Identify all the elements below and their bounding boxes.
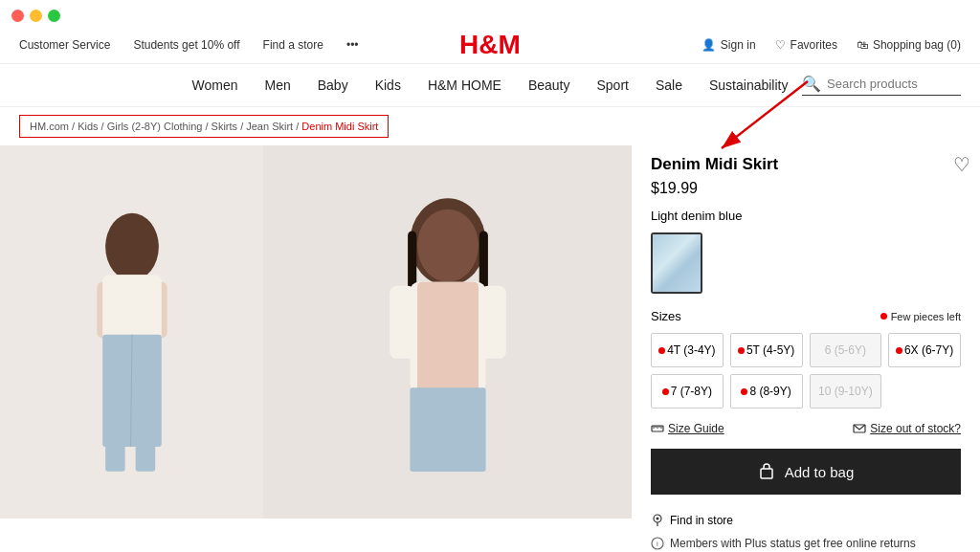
member-info-label: Members with Plus status get free online… — [670, 537, 916, 550]
guide-row: Size Guide Size out of stock? — [651, 422, 961, 435]
svg-point-28 — [657, 518, 659, 520]
svg-rect-6 — [102, 275, 162, 342]
sign-in-button[interactable]: 👤 Sign in — [702, 38, 756, 52]
member-info: i Members with Plus status get free onli… — [651, 533, 961, 552]
customer-service-link[interactable]: Customer Service — [19, 38, 110, 52]
breadcrumb-kids[interactable]: Kids — [78, 121, 98, 132]
top-bar-right: 👤 Sign in ♡ Favorites 🛍 Shopping bag (0) — [702, 38, 961, 52]
nav-sustainability[interactable]: Sustainability — [709, 77, 789, 93]
breadcrumb: HM.com / Kids / Girls (2-8Y) Clothing / … — [0, 107, 980, 145]
info-icon: i — [651, 537, 664, 550]
add-to-bag-label: Add to bag — [785, 464, 855, 480]
add-to-bag-button[interactable]: Add to bag — [651, 449, 961, 495]
favorites-label: Favorites — [791, 38, 837, 52]
dot-icon — [738, 347, 745, 354]
search-icon: 🔍 — [802, 75, 821, 93]
product-price: $19.99 — [651, 180, 961, 197]
heart-icon: ♡ — [775, 38, 786, 52]
color-swatch-container — [651, 232, 961, 294]
size-7[interactable]: 7 (7-8Y) — [651, 374, 724, 408]
sizes-header: Sizes Few pieces left — [651, 309, 961, 323]
envelope-icon — [853, 422, 866, 435]
bag-icon: 🛍 — [857, 38, 868, 52]
more-options[interactable]: ••• — [346, 38, 359, 52]
swatch-image — [653, 234, 701, 292]
svg-rect-16 — [390, 286, 415, 359]
sign-in-label: Sign in — [721, 38, 756, 52]
size-8[interactable]: 8 (8-9Y) — [730, 374, 803, 408]
main-nav: Women Men Baby Kids H&M HOME Beauty Spor… — [0, 64, 980, 107]
size-5t[interactable]: 5T (4-5Y) — [730, 333, 803, 367]
shopping-bag-label: Shopping bag (0) — [873, 38, 961, 52]
size-guide-label: Size Guide — [668, 422, 724, 435]
sizes-label: Sizes — [651, 309, 681, 323]
ruler-icon — [651, 422, 664, 435]
sizes-grid: 4T (3-4Y) 5T (4-5Y) 6 (5-6Y) 6X (6-7Y) 7… — [651, 333, 961, 408]
dot-icon — [741, 388, 747, 395]
nav-beauty[interactable]: Beauty — [528, 77, 570, 93]
product-image-left — [0, 145, 263, 519]
breadcrumb-skirts[interactable]: Skirts — [212, 121, 238, 132]
bag-icon — [758, 463, 775, 480]
dot-icon — [658, 347, 665, 354]
breadcrumb-hm[interactable]: HM.com — [30, 121, 69, 132]
window-controls — [11, 10, 60, 22]
svg-rect-9 — [105, 443, 125, 471]
top-bar-left: Customer Service Students get 10% off Fi… — [19, 38, 359, 52]
few-pieces-indicator: Few pieces left — [880, 311, 961, 322]
size-6x[interactable]: 6X (6-7Y) — [888, 333, 961, 367]
product-image-right — [263, 145, 632, 519]
few-pieces-label: Few pieces left — [891, 311, 961, 322]
product-info-panel: ♡ Denim Midi Skirt $19.99 Light denim bl… — [632, 145, 980, 552]
size-out-of-stock-link[interactable]: Size out of stock? — [853, 422, 961, 435]
nav-baby[interactable]: Baby — [318, 77, 348, 93]
nav-men[interactable]: Men — [265, 77, 291, 93]
hm-logo[interactable]: H&M — [459, 30, 521, 60]
dot-icon — [896, 347, 902, 354]
favorite-button[interactable]: ♡ — [953, 153, 970, 176]
breadcrumb-jean-skirt[interactable]: Jean Skirt — [246, 121, 293, 132]
color-label: Light denim blue — [651, 209, 961, 223]
minimize-button[interactable] — [30, 10, 42, 22]
model-figure-left — [27, 165, 237, 519]
breadcrumb-girls[interactable]: Girls (2-8Y) Clothing — [107, 121, 203, 132]
find-in-store-link[interactable]: Find in store — [651, 508, 961, 533]
search-area: 🔍 — [802, 75, 961, 96]
students-offer-link[interactable]: Students get 10% off — [133, 38, 239, 52]
find-in-store-label: Find in store — [670, 514, 733, 527]
product-info: Denim Midi Skirt $19.99 Light denim blue… — [632, 145, 980, 552]
svg-rect-17 — [480, 286, 506, 359]
nav-sale[interactable]: Sale — [656, 77, 682, 93]
size-guide-link[interactable]: Size Guide — [651, 422, 724, 435]
product-name: Denim Midi Skirt — [651, 155, 961, 174]
fullscreen-button[interactable] — [48, 10, 60, 22]
size-10[interactable]: 10 (9-10Y) — [810, 374, 882, 408]
svg-text:i: i — [657, 540, 658, 548]
breadcrumb-current: Denim Midi Skirt — [301, 121, 378, 132]
top-bar: Customer Service Students get 10% off Fi… — [0, 27, 980, 64]
favorites-button[interactable]: ♡ Favorites — [775, 38, 837, 52]
location-icon — [651, 514, 664, 527]
svg-point-12 — [417, 210, 479, 282]
shopping-bag-button[interactable]: 🛍 Shopping bag (0) — [857, 38, 961, 52]
dot-icon — [880, 313, 887, 320]
svg-point-2 — [105, 213, 159, 280]
find-store-link[interactable]: Find a store — [263, 38, 323, 52]
close-button[interactable] — [11, 10, 24, 22]
search-input[interactable] — [827, 77, 961, 91]
svg-rect-27 — [761, 469, 772, 478]
size-out-label: Size out of stock? — [870, 422, 961, 435]
size-4t[interactable]: 4T (3-4Y) — [651, 333, 724, 367]
nav-hm-home[interactable]: H&M HOME — [428, 77, 501, 93]
nav-kids[interactable]: Kids — [375, 77, 401, 93]
dot-icon — [662, 388, 669, 395]
size-6[interactable]: 6 (5-6Y) — [810, 333, 882, 367]
nav-sport[interactable]: Sport — [596, 77, 628, 93]
product-area: ♡ Denim Midi Skirt $19.99 Light denim bl… — [0, 145, 980, 552]
color-swatch-selected[interactable] — [651, 232, 702, 294]
svg-rect-10 — [135, 443, 155, 471]
svg-rect-19 — [410, 387, 485, 472]
product-images — [0, 145, 632, 519]
person-icon: 👤 — [702, 38, 716, 52]
nav-women[interactable]: Women — [192, 77, 238, 93]
